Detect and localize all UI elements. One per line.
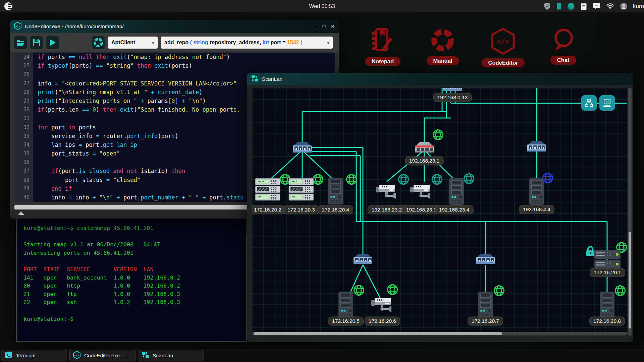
- line-number: 24: [14, 53, 33, 61]
- wifi-icon[interactable]: [606, 3, 614, 9]
- device-tower[interactable]: [327, 177, 343, 206]
- code-hexagon-red-icon: </>: [490, 27, 516, 56]
- device-tower[interactable]: [448, 177, 465, 207]
- minimize-button[interactable]: –: [315, 24, 317, 29]
- terminal-output: kuro@station:~$ customnmap 45.86.41.201 …: [17, 216, 246, 323]
- username: kuro: [633, 3, 644, 10]
- maximize-button[interactable]: □: [323, 24, 325, 29]
- device-ip-label: 192.168.4.4: [519, 205, 554, 214]
- device-switch-blue[interactable]: [475, 253, 496, 267]
- device-ip-label: 172.16.20.2: [252, 205, 285, 215]
- code-text: service_info = router.port_info(port): [33, 132, 178, 140]
- library-icon: [92, 36, 105, 49]
- desktop-icon-notepad[interactable]: Notepad: [365, 27, 400, 66]
- device-switch-blue[interactable]: [353, 253, 373, 267]
- svg-text:</>: </>: [497, 38, 509, 46]
- taskbar-tab-codeeditor-exe-[interactable]: </>CodeEditor.exe - …: [69, 350, 136, 361]
- save-file-button[interactable]: [30, 36, 43, 49]
- code-editor-toolbar: AptClient ▾ add_repo ( string repository…: [10, 33, 339, 52]
- line-number: 27: [14, 79, 33, 88]
- run-button[interactable]: [46, 36, 59, 49]
- scanlan-titlebar[interactable]: ScanLan – □ ✕: [247, 73, 633, 85]
- line-number: 33: [14, 132, 33, 140]
- desktop-icon-label: Chat: [550, 56, 576, 65]
- chat-dots-icon[interactable]: [593, 3, 600, 10]
- scanlan-icon: [251, 75, 259, 83]
- taskbar-tab-terminal[interactable]: Terminal: [1, 350, 67, 361]
- desktop-icon-manual[interactable]: Manual: [427, 27, 459, 65]
- close-button[interactable]: ✕: [331, 24, 335, 29]
- desktop-icon-codeeditor[interactable]: </>CodeEditor: [482, 27, 525, 67]
- device-switch-red[interactable]: [414, 141, 435, 156]
- scrollbar-thumb[interactable]: [629, 232, 631, 328]
- code-text: port_status = "closed": [33, 176, 141, 184]
- manual-red-icon: [430, 27, 455, 54]
- device-ip-label: 172.16.20.8: [589, 317, 625, 326]
- desktop-icon-chat[interactable]: Chat: [550, 27, 576, 65]
- scrollbar-thumb[interactable]: [254, 332, 502, 335]
- shield-check-icon[interactable]: [544, 2, 551, 10]
- top-bar: Wed 05:53 kuro: [0, 0, 644, 13]
- desktop-icon-label: CodeEditor: [482, 58, 525, 67]
- terminal-line: Starting nmap v1.1 at 06/Dec/2000 - 04:4…: [23, 241, 246, 249]
- device-switch-blue[interactable]: [526, 140, 547, 155]
- device-switch-blue[interactable]: [292, 141, 313, 156]
- device-ip-label: 172.16.20.5: [328, 317, 364, 326]
- device-tower[interactable]: [338, 291, 354, 320]
- device-camera[interactable]: [410, 182, 433, 202]
- terminal-line: PORT STATE SERVICE VERSION LAN: [23, 265, 246, 274]
- function-signature: add_repo ( string repository_address, in…: [164, 40, 302, 46]
- maximize-button[interactable]: □: [617, 76, 620, 82]
- terminal-line: 141 open bank_account 1.0.0 192.168.0.2: [23, 274, 246, 282]
- map-vertical-scrollbar: [628, 88, 632, 336]
- code-editor-titlebar[interactable]: </> CodeEditor.exe - /home/kuro/customnm…: [10, 20, 339, 33]
- device-camera[interactable]: [375, 182, 398, 202]
- device-rack-green[interactable]: [288, 178, 314, 203]
- taskbar-tab-label: CodeEditor.exe - …: [84, 353, 129, 359]
- minimize-button[interactable]: –: [609, 76, 612, 82]
- globe-icon: [614, 284, 627, 298]
- chevron-down-icon: ▾: [327, 40, 329, 45]
- terminal-window: kuro@station:~$ customnmap 45.86.41.201 …: [16, 215, 247, 342]
- window-title: CodeEditor.exe - /home/kuro/customnmap/: [25, 23, 124, 29]
- terminal-line: [23, 233, 246, 241]
- network-map[interactable]: 192.168.0.13192.168.23.1172.16.20.2172.1…: [252, 88, 627, 336]
- device-tower[interactable]: [477, 291, 493, 320]
- device-tower[interactable]: [599, 291, 615, 320]
- code-line: 24if ports == null then exit("nmap: ip a…: [14, 53, 335, 61]
- open-file-button[interactable]: [14, 36, 27, 49]
- scroll-up-arrow[interactable]: [18, 211, 24, 215]
- device-rack-green[interactable]: [255, 178, 281, 203]
- line-number: 29: [14, 97, 33, 105]
- clipboard-icon[interactable]: [581, 2, 587, 10]
- line-number: 39: [14, 184, 33, 193]
- storage-circle-icon[interactable]: [567, 2, 575, 10]
- close-button[interactable]: ✕: [625, 76, 629, 82]
- device-ip-label: 192.168.23.4: [435, 205, 474, 215]
- os-logo-icon[interactable]: [4, 2, 13, 11]
- network-tree-button[interactable]: [581, 95, 597, 111]
- battery-icon[interactable]: [556, 2, 561, 10]
- code-text: lan_ips = port.get_lan_ip: [33, 140, 137, 149]
- terminal-line: [23, 257, 246, 265]
- notepad-red-icon: [371, 27, 395, 55]
- function-signature-select[interactable]: add_repo ( string repository_address, in…: [161, 37, 333, 49]
- code-text: if(port.is_closed and not isLanIp) then: [33, 167, 185, 175]
- code-text: info = info + "\n" + port.port_number + …: [33, 193, 244, 202]
- code-text: if typeof(ports) == "string" then exit(p…: [33, 61, 192, 70]
- device-tower[interactable]: [529, 177, 545, 207]
- code-text: print("\nStarting nmap v1.1 at " + curre…: [33, 88, 202, 97]
- code-text: end if: [33, 184, 72, 193]
- scanlan-window: ScanLan – □ ✕ 192.168.0.13192.168.23.117…: [247, 73, 633, 342]
- taskbar-tab-scanlan[interactable]: ScanLan: [138, 350, 204, 361]
- globe-icon: [432, 128, 444, 142]
- line-number: 28: [14, 88, 33, 97]
- avatar-icon[interactable]: [620, 2, 628, 10]
- ip-monitor-button[interactable]: IP: [599, 95, 615, 111]
- lock-icon: [585, 246, 595, 258]
- globe-icon: [345, 173, 358, 187]
- chat-red-icon: [551, 27, 575, 54]
- device-camera[interactable]: [371, 295, 394, 315]
- library-select[interactable]: AptClient ▾: [108, 37, 158, 49]
- device-ip-label: 192.168.0.13: [433, 93, 472, 102]
